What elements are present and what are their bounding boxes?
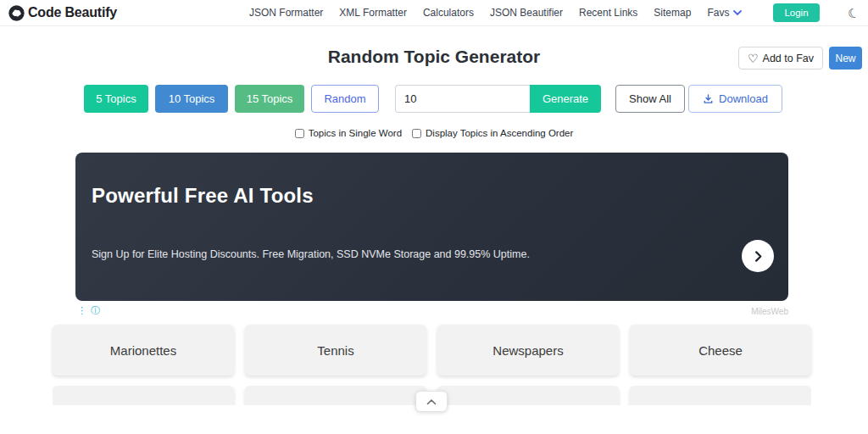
ascending-order-checkbox[interactable]	[412, 129, 421, 138]
topic-card[interactable]: Marionettes	[53, 325, 234, 376]
options-row: Topics in Single Word Display Topics in …	[0, 128, 868, 138]
topic-count-input[interactable]	[395, 85, 530, 113]
brand[interactable]: Code Beautify	[8, 4, 117, 22]
ten-topics-button[interactable]: 10 Topics	[155, 85, 228, 113]
ad-info-icon[interactable]: ⓘ	[91, 306, 100, 315]
ad-banner[interactable]: Powerful Free AI Tools Sign Up for Elite…	[75, 153, 788, 301]
navbar: Code Beautify JSON Formatter XML Formatt…	[0, 0, 868, 26]
download-icon	[703, 93, 714, 104]
topic-card[interactable]: Cheese	[630, 325, 811, 376]
add-to-fav-label: Add to Fav	[763, 53, 814, 64]
nav-item-favs-dropdown[interactable]: Favs	[707, 7, 742, 19]
ad-banner-title: Powerful Free AI Tools	[92, 184, 314, 208]
show-all-button[interactable]: Show All	[615, 85, 685, 113]
topic-card[interactable]: Tennis	[245, 325, 426, 376]
topic-count-group: Generate	[395, 85, 601, 113]
topic-card[interactable]	[437, 386, 619, 405]
ad-banner-subtitle: Sign Up for Elite Hosting Discounts. Fre…	[92, 248, 530, 260]
topics-grid-row1: Marionettes Tennis Newspapers Cheese	[53, 325, 811, 376]
ad-banner-next-button[interactable]	[742, 240, 774, 272]
random-button[interactable]: Random	[311, 85, 379, 113]
ascending-order-label: Display Topics in Ascending Order	[426, 128, 573, 138]
fifteen-topics-button[interactable]: 15 Topics	[235, 85, 304, 113]
nav-item-recent-links[interactable]: Recent Links	[579, 7, 637, 19]
login-button[interactable]: Login	[773, 3, 819, 22]
scroll-top-button[interactable]	[415, 391, 448, 412]
topic-card[interactable]	[245, 386, 426, 405]
topic-card[interactable]	[53, 386, 234, 405]
nav-item-json-formatter[interactable]: JSON Formatter	[249, 7, 323, 19]
ascending-order-option[interactable]: Display Topics in Ascending Order	[412, 128, 573, 138]
topic-card[interactable]: Newspapers	[437, 325, 619, 376]
chevron-up-icon	[426, 398, 437, 405]
add-to-fav-button[interactable]: ♡ Add to Fav	[738, 47, 823, 70]
ad-options-icon[interactable]: ⋮	[77, 306, 86, 315]
single-word-option[interactable]: Topics in Single Word	[295, 128, 402, 138]
code-beautify-logo-icon	[8, 4, 25, 22]
topic-card[interactable]	[630, 386, 811, 405]
five-topics-button[interactable]: 5 Topics	[84, 85, 148, 113]
brand-name: Code Beautify	[28, 5, 117, 20]
dark-mode-moon-icon[interactable]: ☾	[846, 5, 860, 20]
nav-item-sitemap[interactable]: Sitemap	[654, 7, 691, 19]
favs-label: Favs	[707, 7, 729, 19]
single-word-checkbox[interactable]	[295, 129, 304, 138]
download-button[interactable]: Download	[688, 85, 782, 113]
ad-attribution: ⋮ ⓘ	[77, 306, 100, 315]
new-button[interactable]: New	[829, 47, 862, 70]
generate-button[interactable]: Generate	[530, 85, 601, 113]
nav-links: JSON Formatter XML Formatter Calculators…	[249, 3, 860, 22]
chevron-down-icon	[733, 10, 742, 16]
chevron-right-icon	[752, 250, 765, 263]
nav-item-calculators[interactable]: Calculators	[423, 7, 474, 19]
download-label: Download	[719, 92, 768, 105]
heart-icon: ♡	[748, 53, 759, 64]
nav-item-xml-formatter[interactable]: XML Formatter	[339, 7, 407, 19]
page: Code Beautify JSON Formatter XML Formatt…	[0, 0, 868, 434]
ad-watermark: MilesWeb	[709, 307, 788, 316]
nav-item-json-beautifier[interactable]: JSON Beautifier	[490, 7, 563, 19]
single-word-label: Topics in Single Word	[309, 128, 402, 138]
